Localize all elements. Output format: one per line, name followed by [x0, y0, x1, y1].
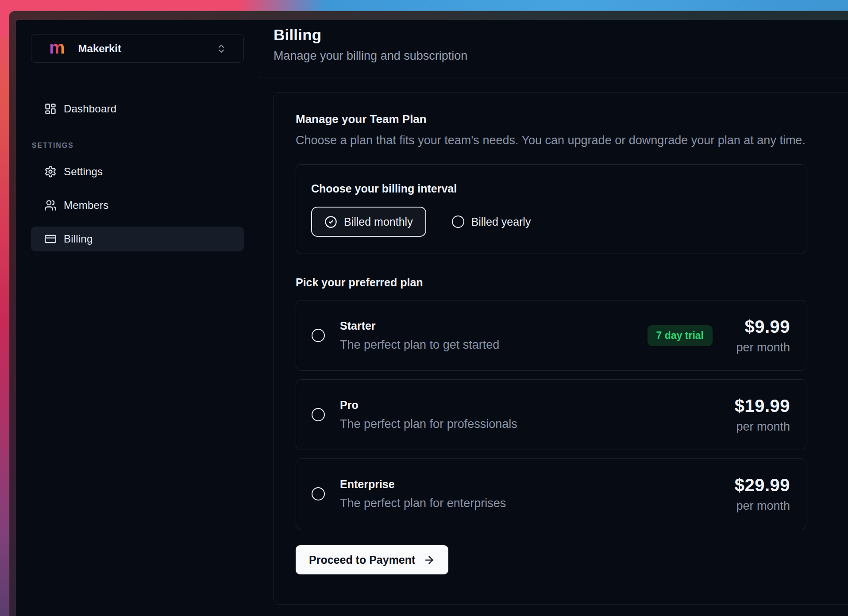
plan-period: per month: [730, 341, 790, 354]
credit-card-icon: [44, 233, 57, 245]
sidebar-item-billing[interactable]: Billing: [31, 227, 244, 251]
price-block: $29.99 per month: [730, 475, 790, 513]
gear-icon: [44, 166, 57, 178]
app-root: m Makerkit Dashboard SETTINGS: [16, 20, 848, 616]
interval-option-yearly[interactable]: Billed yearly: [452, 216, 531, 228]
chevrons-up-down-icon: [216, 43, 227, 54]
page-content: Manage your Team Plan Choose a plan that…: [259, 77, 848, 605]
plan-row-pro[interactable]: Pro The perfect plan for professionals $…: [296, 379, 806, 450]
team-plan-card: Manage your Team Plan Choose a plan that…: [274, 92, 848, 605]
plan-row-starter[interactable]: Starter The perfect plan to get started …: [296, 300, 806, 371]
plan-period: per month: [730, 499, 790, 513]
proceed-button-label: Proceed to Payment: [309, 554, 415, 566]
check-circle-icon: [324, 216, 337, 228]
page-subtitle: Manage your billing and subscription: [274, 49, 848, 63]
radio-circle-icon[interactable]: [312, 329, 325, 342]
plan-info: Starter The perfect plan to get started: [340, 320, 499, 352]
workspace-selector[interactable]: m Makerkit: [31, 34, 244, 63]
page-title: Billing: [274, 26, 848, 44]
main-content: Billing Manage your billing and subscrip…: [259, 20, 848, 616]
interval-option-monthly[interactable]: Billed monthly: [311, 207, 426, 237]
plan-price: $19.99: [730, 396, 790, 416]
plan-name: Enterprise: [340, 478, 506, 491]
proceed-to-payment-button[interactable]: Proceed to Payment: [296, 545, 448, 574]
app-window: m Makerkit Dashboard SETTINGS: [9, 11, 848, 616]
plan-list: Starter The perfect plan to get started …: [296, 300, 806, 529]
radio-circle-icon[interactable]: [312, 487, 325, 500]
users-icon: [44, 199, 57, 212]
plan-period: per month: [730, 420, 790, 434]
sidebar-item-label: Billing: [64, 233, 93, 245]
plan-pricing: $29.99 per month: [730, 475, 790, 513]
sidebar-item-label: Settings: [64, 166, 103, 178]
card-title: Manage your Team Plan: [296, 112, 842, 126]
page-header: Billing Manage your billing and subscrip…: [259, 20, 848, 77]
card-description: Choose a plan that fits your team's need…: [296, 134, 842, 147]
billing-interval-box: Choose your billing interval Billed mont…: [296, 164, 806, 254]
arrow-right-icon: [423, 554, 435, 566]
sidebar-nav: Dashboard SETTINGS Settings Members: [31, 96, 244, 251]
sidebar-item-dashboard[interactable]: Dashboard: [31, 96, 244, 121]
sidebar-item-label: Members: [64, 199, 108, 212]
plan-description: The perfect plan for professionals: [340, 417, 517, 431]
plan-description: The perfect plan to get started: [340, 338, 499, 352]
plan-description: The perfect plan for enterprises: [340, 497, 506, 510]
plans-label: Pick your preferred plan: [296, 276, 842, 289]
workspace-name: Makerkit: [78, 42, 121, 55]
trial-badge: 7 day trial: [648, 325, 713, 346]
plan-pricing: $19.99 per month: [730, 396, 790, 434]
interval-option-label: Billed yearly: [471, 216, 531, 228]
radio-circle-icon[interactable]: [312, 408, 325, 421]
billing-interval-options: Billed monthly Billed yearly: [311, 207, 806, 237]
sidebar-item-label: Dashboard: [64, 103, 116, 115]
plan-price: $29.99: [730, 475, 790, 495]
plan-name: Starter: [340, 320, 499, 332]
plan-row-enterprise[interactable]: Enterprise The perfect plan for enterpri…: [296, 458, 806, 529]
billing-interval-label: Choose your billing interval: [311, 182, 806, 195]
dashboard-grid-icon: [44, 103, 57, 115]
makerkit-logo-icon: m: [49, 38, 65, 56]
price-block: $19.99 per month: [730, 396, 790, 434]
sidebar-item-members[interactable]: Members: [31, 193, 244, 218]
plan-name: Pro: [340, 399, 517, 412]
plan-info: Enterprise The perfect plan for enterpri…: [340, 478, 506, 510]
window-edge: [10, 20, 16, 616]
plan-pricing: 7 day trial $9.99 per month: [648, 317, 790, 354]
interval-option-label: Billed monthly: [344, 216, 413, 228]
radio-circle-icon: [452, 216, 464, 228]
sidebar: m Makerkit Dashboard SETTINGS: [16, 20, 259, 616]
plan-info: Pro The perfect plan for professionals: [340, 399, 517, 431]
price-block: $9.99 per month: [730, 317, 790, 354]
sidebar-section-label: SETTINGS: [32, 142, 244, 150]
plan-price: $9.99: [730, 317, 790, 337]
sidebar-item-settings[interactable]: Settings: [31, 159, 244, 184]
